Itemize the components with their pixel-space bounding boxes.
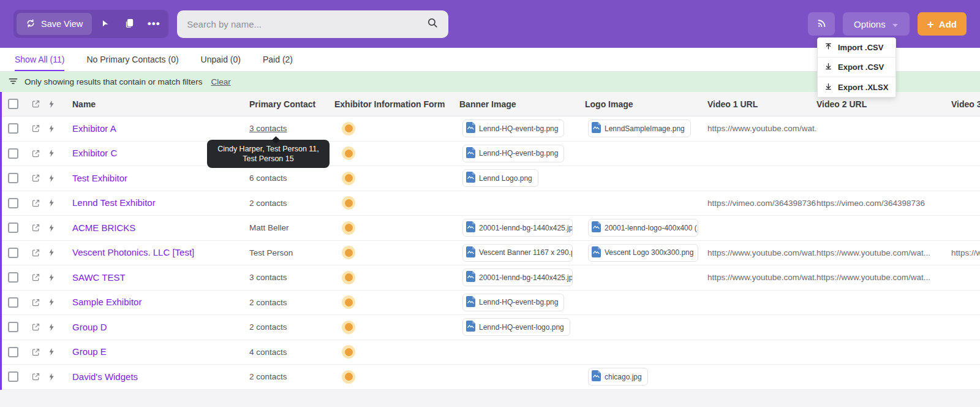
exhibitor-name-link[interactable]: David's Widgets — [72, 371, 138, 382]
row-checkbox[interactable] — [8, 123, 18, 134]
row-checkbox[interactable] — [8, 198, 18, 208]
feed-button[interactable] — [808, 12, 835, 36]
file-chip[interactable]: Vescent Banner 1167 x 290.p... — [462, 244, 573, 262]
form-status-dot[interactable] — [342, 146, 355, 160]
row-checkbox[interactable] — [8, 223, 18, 233]
exhibitor-name-link[interactable]: Sample Exhibitor — [72, 297, 141, 307]
file-chip[interactable]: Vescent Logo 300x300.png — [588, 244, 698, 262]
form-status-dot[interactable] — [342, 370, 355, 384]
open-record-button[interactable] — [27, 372, 45, 381]
quick-actions-button[interactable] — [45, 223, 72, 233]
open-record-button[interactable] — [27, 124, 45, 133]
quick-actions-button[interactable] — [45, 198, 72, 208]
form-status-dot[interactable] — [342, 295, 355, 309]
menu-item-export-csv[interactable]: Export .CSV — [818, 58, 895, 77]
row-checkbox[interactable] — [8, 173, 18, 183]
primary-contact-value[interactable]: Matt Beller — [249, 223, 289, 232]
save-view-button[interactable]: Save View — [17, 13, 92, 35]
open-record-button[interactable] — [27, 149, 45, 158]
quick-actions-button[interactable] — [45, 248, 72, 257]
tab-show-all[interactable]: Show All (11) — [15, 48, 64, 71]
open-record-button[interactable] — [27, 322, 45, 332]
exhibitor-name-link[interactable]: Exhibitor A — [72, 123, 116, 134]
menu-item-export-xlsx[interactable]: Export .XLSX — [818, 77, 895, 97]
open-record-button[interactable] — [27, 199, 45, 208]
quick-actions-button[interactable] — [45, 347, 72, 357]
exhibitor-name-link[interactable]: SAWC TEST — [72, 272, 126, 283]
form-status-dot[interactable] — [342, 271, 355, 284]
row-checkbox[interactable] — [8, 371, 18, 382]
file-chip[interactable]: Lennd-HQ-event-bg.png — [462, 145, 564, 162]
row-checkbox[interactable] — [8, 248, 18, 258]
file-chip[interactable]: 20001-lennd-bg-1440x425.jpg — [462, 268, 573, 286]
exhibitor-name-link[interactable]: Group D — [72, 322, 107, 332]
primary-contact-value[interactable]: 2 contacts — [249, 322, 287, 332]
video-1-url-value[interactable]: https://vimeo.com/364398736 — [707, 199, 816, 208]
exhibitor-name-link[interactable]: Vescent Photonics. LLC [Test] — [72, 247, 194, 257]
file-chip[interactable]: Lennd-HQ-event-logo.png — [462, 318, 570, 336]
quick-actions-button[interactable] — [45, 322, 72, 332]
open-record-button[interactable] — [27, 223, 45, 232]
form-status-dot[interactable] — [342, 172, 355, 185]
exhibitor-name-link[interactable]: Group E — [72, 346, 107, 357]
row-checkbox[interactable] — [8, 272, 18, 283]
add-button[interactable]: + Add — [918, 12, 967, 36]
open-record-button[interactable] — [27, 173, 45, 183]
duplicate-button[interactable] — [118, 13, 141, 35]
video-1-url-value[interactable]: https://www.youtube.com/wat... — [707, 124, 816, 133]
video-1-url-value[interactable]: https://www.youtube.com/wat... — [707, 248, 816, 257]
quick-actions-button[interactable] — [45, 297, 72, 307]
row-checkbox[interactable] — [8, 297, 18, 308]
column-header-name[interactable]: Name — [72, 99, 249, 109]
exhibitor-name-link[interactable]: Lennd Test Exhibitor — [72, 197, 156, 208]
undo-button[interactable] — [93, 13, 116, 35]
primary-contact-value[interactable]: 4 contacts — [249, 348, 287, 357]
open-record-button[interactable] — [27, 348, 45, 357]
open-record-button[interactable] — [27, 248, 45, 257]
exhibitor-name-link[interactable]: ACME BRICKS — [72, 223, 135, 233]
file-chip[interactable]: LenndSampleImage.png — [588, 120, 691, 137]
form-status-dot[interactable] — [342, 345, 355, 359]
primary-contact-value[interactable]: 2 contacts — [249, 298, 287, 307]
video-2-url-value[interactable]: https://vimeo.com/364398736 — [816, 199, 951, 208]
primary-contact-value[interactable]: 6 contacts — [249, 173, 287, 183]
clear-filters-link[interactable]: Clear — [211, 77, 230, 86]
column-header-logo[interactable]: Logo Image — [585, 99, 707, 109]
quick-actions-button[interactable] — [45, 124, 72, 134]
column-header-primary-contact[interactable]: Primary Contact — [249, 99, 334, 109]
file-chip[interactable]: Lennd Logo.png — [462, 169, 538, 187]
form-status-dot[interactable] — [342, 246, 355, 259]
file-chip[interactable]: Lennd-HQ-event-bg.png — [462, 294, 564, 311]
file-chip[interactable]: 20001-lennd-bg-1440x425.jpg — [462, 219, 573, 237]
form-status-dot[interactable] — [342, 196, 355, 210]
file-chip[interactable]: Lennd-HQ-event-bg.png — [462, 120, 564, 137]
exhibitor-name-link[interactable]: Test Exhibitor — [72, 173, 127, 183]
column-header-form[interactable]: Exhibitor Information Form — [334, 99, 459, 109]
open-record-button[interactable] — [27, 298, 45, 307]
options-button[interactable]: Options — [843, 12, 910, 36]
more-options-button[interactable]: ••• — [142, 13, 165, 35]
form-status-dot[interactable] — [342, 122, 355, 135]
quick-actions-button[interactable] — [45, 273, 72, 283]
primary-contact-value[interactable]: 3 contacts — [249, 273, 287, 282]
row-checkbox[interactable] — [8, 148, 18, 159]
quick-actions-button[interactable] — [45, 372, 72, 382]
exhibitor-name-link[interactable]: Exhibitor C — [72, 148, 117, 158]
form-status-dot[interactable] — [342, 221, 355, 235]
quick-actions-button[interactable] — [45, 148, 72, 158]
column-header-banner[interactable]: Banner Image — [459, 99, 585, 109]
primary-contact-value[interactable]: Test Person — [249, 248, 293, 257]
primary-contact-value[interactable]: 2 contacts — [249, 199, 287, 208]
video-3-url-value[interactable]: https://www.youtube.com/wat... — [951, 248, 980, 257]
file-chip[interactable]: 20001-lennd-logo-400x400 (... — [588, 219, 698, 237]
video-2-url-value[interactable]: https://www.youtube.com/wat... — [816, 248, 951, 257]
video-2-url-value[interactable]: https://www.youtube.com/wat... — [816, 273, 951, 282]
tab-no-primary-contacts[interactable]: No Primary Contacts (0) — [86, 48, 178, 71]
open-record-button[interactable] — [27, 273, 45, 282]
search-input[interactable] — [187, 19, 427, 29]
column-header-video2[interactable]: Video 2 URL — [816, 99, 951, 109]
tab-paid[interactable]: Paid (2) — [263, 48, 293, 71]
row-checkbox[interactable] — [8, 347, 18, 357]
video-1-url-value[interactable]: https://www.youtube.com/wat... — [707, 273, 816, 282]
menu-item-import-csv[interactable]: Import .CSV — [818, 38, 895, 58]
